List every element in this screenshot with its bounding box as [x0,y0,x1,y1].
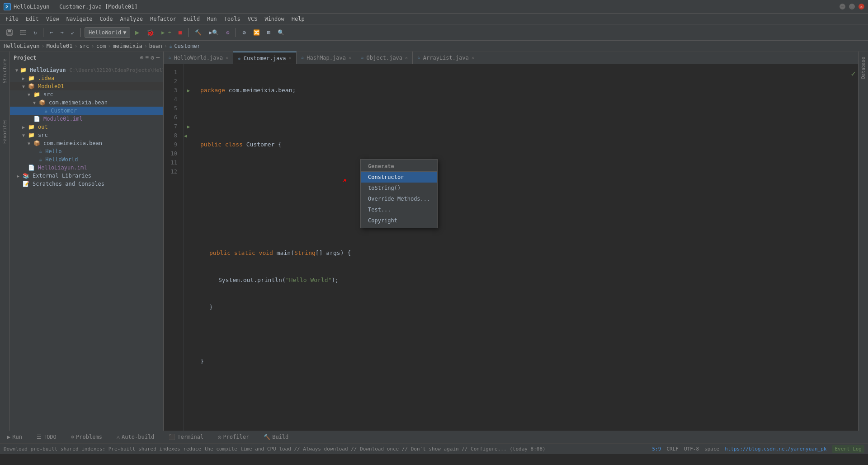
menu-item-view[interactable]: View [42,15,63,23]
tab-customer[interactable]: ☕ Customer.java ✕ [233,52,297,64]
build-project-button[interactable]: 🔨 [192,27,204,38]
breadcrumb-hellol[interactable]: HelloLiayun [4,43,39,49]
gutter-run-3[interactable]: ▶ [184,86,193,95]
sidebar-close-icon[interactable]: ─ [156,54,160,61]
tab-close-helloworld[interactable]: ✕ [226,55,228,60]
tree-item-module01[interactable]: ▼ 📦 Module01 [10,82,163,90]
autobuild-tab[interactable]: △ Auto-build [113,431,158,443]
tree-item-package2[interactable]: ▼ 📦 com.meimeixia.bean [10,139,163,147]
structure-tab[interactable]: Structure [1,55,8,87]
todo-tab[interactable]: ☰ TODO [33,431,60,443]
sidebar-collapse-all-icon[interactable]: ≡ [146,54,149,61]
layout-button[interactable]: ⊞ [264,27,273,38]
menu-item-build[interactable]: Build [180,15,203,23]
status-position[interactable]: 5:9 [652,446,661,452]
run-gutter-icon-7[interactable]: ▶ [187,124,190,130]
tree-item-customer[interactable]: ▶ ☕ Customer [10,107,163,115]
status-encoding[interactable]: UTF-8 [684,446,699,452]
minimize-button[interactable]: ─ [840,4,845,9]
tree-item-hellol-iml[interactable]: ▶ 📄 HelloLiayun.iml [10,164,163,172]
menu-item-vcs[interactable]: VCS [244,15,261,23]
gutter-run-7[interactable]: ▶ [184,122,193,131]
menu-item-help[interactable]: Help [288,15,308,23]
menu-item-refactor[interactable]: Refactor [146,15,180,23]
line-num-8: 8 [164,131,180,140]
menu-item-code[interactable]: Code [96,15,117,23]
run-config-dropdown[interactable]: HelloWorld ▼ [85,27,130,38]
code-content[interactable]: package com.meimeixia.bean; public class… [193,64,858,431]
tree-item-ext-libs[interactable]: ▶ 📚 External Libraries [10,172,163,180]
vcs-button[interactable]: 🔀 [250,27,263,38]
menu-item-tools[interactable]: Tools [221,15,244,23]
ctx-item-override[interactable]: Override Methods... [361,193,437,204]
toolbar-open-button[interactable] [17,27,29,38]
settings-button[interactable]: ⚙ [240,27,248,38]
stop-button[interactable]: ■ [176,27,184,38]
search-everywhere-button[interactable]: 🔍 [275,27,287,38]
terminal-tab[interactable]: ⬛ Terminal [165,431,207,443]
run-with-coverage-button[interactable]: ▶ ☂ [159,27,174,38]
tab-object[interactable]: ☕ Object.java ✕ [356,52,413,64]
tree-item-src1[interactable]: ▼ 📁 src [10,90,163,99]
tree-item-idea[interactable]: ▶ 📁 .idea [10,74,163,82]
menu-item-edit[interactable]: Edit [22,15,42,23]
breadcrumb-meimeixia[interactable]: meimeixia [113,43,142,49]
toolbar-back-button[interactable]: ← [47,27,56,38]
run-button[interactable]: ▶ [132,27,142,38]
profiler-tab[interactable]: ◎ Profiler [214,431,253,443]
tree-item-helloworld[interactable]: ▶ ☕ HelloWorld [10,155,163,164]
menu-item-run[interactable]: Run [203,15,221,23]
event-log-button[interactable]: Event Log [832,445,864,453]
toolbar-recent-button[interactable]: ↙ [68,27,77,38]
tree-item-hellol[interactable]: ▼ 📁 HelloLiayun C:\Users\32120\IdeaProje… [10,66,163,74]
status-crlf[interactable]: CRLF [666,446,679,452]
code-editor[interactable]: ✓ 1 2 3 4 5 6 7 8 9 10 11 12 ▶ [164,64,858,431]
toolbar-save-button[interactable] [4,27,15,38]
breadcrumb-com[interactable]: com [96,43,106,49]
close-button[interactable]: ✕ [859,4,864,9]
csdn-url[interactable]: https://blog.csdn.net/yarenyuan_pk [725,446,826,452]
status-spaces[interactable]: space [704,446,719,452]
profile-button[interactable]: ⚙ [223,27,232,38]
breadcrumb-src[interactable]: src [80,43,90,49]
build-tab[interactable]: 🔨 Build [260,431,292,443]
menu-item-file[interactable]: File [2,15,22,23]
tree-item-module01iml[interactable]: ▶ 📄 Module01.iml [10,115,163,123]
tree-item-package1[interactable]: ▼ 📦 com.meimeixia.bean [10,99,163,107]
tree-item-scratches[interactable]: ▶ 📝 Scratches and Consoles [10,180,163,188]
toolbar-refresh-button[interactable]: ↻ [31,27,39,38]
run-inspect-button[interactable]: ▶🔍 [206,27,222,38]
tree-item-src2[interactable]: ▼ 📁 src [10,131,163,139]
tab-hashmap[interactable]: ☕ HashMap.java ✕ [297,52,356,64]
sidebar-settings-icon[interactable]: ⚙ [151,54,154,61]
tab-helloworld[interactable]: ☕ HelloWorld.java ✕ [164,52,233,64]
maximize-button[interactable]: □ [849,4,855,9]
menu-item-navigate[interactable]: Navigate [63,15,96,23]
tab-close-arraylist[interactable]: ✕ [472,55,474,60]
tab-arraylist[interactable]: ☕ ArrayList.java ✕ [413,52,479,64]
tree-item-hello[interactable]: ▶ ☕ Hello [10,147,163,155]
menu-item-window[interactable]: Window [261,15,288,23]
tree-item-out[interactable]: ▶ 📁 out [10,123,163,131]
tab-close-customer[interactable]: ✕ [289,56,292,61]
sidebar-locate-icon[interactable]: ⊕ [140,54,144,61]
window-controls[interactable]: ─ □ ✕ [840,4,864,9]
run-tab[interactable]: ▶ Run [4,431,26,443]
favorites-tab[interactable]: Favorites [1,116,8,147]
tab-close-object[interactable]: ✕ [405,55,408,60]
ctx-item-copyright[interactable]: Copyright [361,215,437,226]
breadcrumb-bean[interactable]: bean [149,43,162,49]
breadcrumb-module01[interactable]: Module01 [47,43,73,49]
ctx-item-tostring[interactable]: toString() [361,183,437,193]
toolbar-forward-button[interactable]: → [57,27,66,38]
ctx-item-constructor[interactable]: Constructor [361,172,437,183]
problems-tab[interactable]: ⊙ Problems [67,431,106,443]
menu-item-analyze[interactable]: Analyze [116,15,146,23]
tab-close-hashmap[interactable]: ✕ [349,55,351,60]
gutter-bookmark-9[interactable]: ◀ [184,131,193,140]
breadcrumb-customer[interactable]: Customer [174,43,200,49]
database-tab[interactable]: Database [860,53,867,82]
debug-button[interactable]: 🐞 [144,27,157,38]
ctx-item-test[interactable]: Test... [361,204,437,215]
run-gutter-icon-3[interactable]: ▶ [187,88,190,94]
